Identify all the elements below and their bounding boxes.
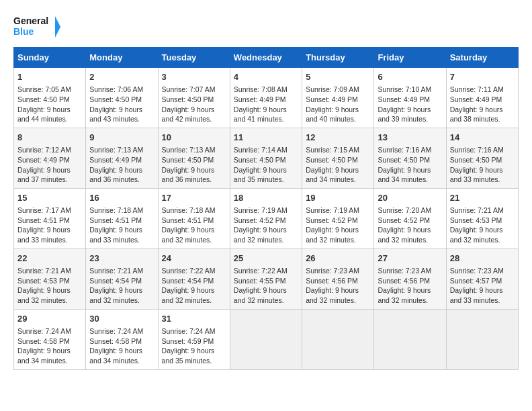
day-number: 22 [17, 253, 82, 265]
day-number: 2 [89, 71, 154, 83]
day-info: Sunrise: 7:14 AM Sunset: 4:50 PM Dayligh… [234, 145, 298, 185]
day-info: Sunrise: 7:19 AM Sunset: 4:52 PM Dayligh… [306, 205, 370, 245]
day-info: Sunrise: 7:13 AM Sunset: 4:50 PM Dayligh… [162, 145, 226, 185]
day-number: 31 [162, 313, 226, 325]
day-info: Sunrise: 7:05 AM Sunset: 4:50 PM Dayligh… [17, 85, 82, 124]
day-number: 28 [450, 253, 515, 265]
calendar-cell: 2Sunrise: 7:06 AM Sunset: 4:50 PM Daylig… [86, 68, 158, 128]
calendar-cell: 9Sunrise: 7:13 AM Sunset: 4:49 PM Daylig… [86, 128, 158, 188]
week-row-2: 8Sunrise: 7:12 AM Sunset: 4:49 PM Daylig… [14, 128, 519, 188]
calendar-cell [302, 309, 374, 369]
day-info: Sunrise: 7:23 AM Sunset: 4:56 PM Dayligh… [378, 266, 442, 306]
day-info: Sunrise: 7:09 AM Sunset: 4:49 PM Dayligh… [306, 85, 370, 124]
day-number: 27 [378, 253, 442, 265]
day-info: Sunrise: 7:18 AM Sunset: 4:51 PM Dayligh… [89, 205, 154, 245]
calendar-table: SundayMondayTuesdayWednesdayThursdayFrid… [13, 47, 519, 370]
calendar-cell [446, 309, 518, 369]
day-info: Sunrise: 7:17 AM Sunset: 4:51 PM Dayligh… [17, 205, 82, 245]
day-number: 6 [378, 71, 442, 83]
day-info: Sunrise: 7:13 AM Sunset: 4:49 PM Dayligh… [89, 145, 154, 185]
day-info: Sunrise: 7:23 AM Sunset: 4:56 PM Dayligh… [306, 266, 370, 306]
day-info: Sunrise: 7:06 AM Sunset: 4:50 PM Dayligh… [89, 85, 154, 124]
day-number: 30 [89, 313, 154, 325]
calendar-cell: 15Sunrise: 7:17 AM Sunset: 4:51 PM Dayli… [14, 188, 86, 248]
week-row-1: 1Sunrise: 7:05 AM Sunset: 4:50 PM Daylig… [14, 68, 519, 128]
svg-text:General: General [13, 15, 48, 26]
day-info: Sunrise: 7:24 AM Sunset: 4:59 PM Dayligh… [162, 326, 226, 366]
day-number: 13 [378, 132, 442, 144]
day-number: 17 [162, 192, 226, 204]
day-number: 1 [17, 71, 82, 83]
svg-marker-2 [55, 16, 60, 38]
column-header-wednesday: Wednesday [230, 48, 302, 68]
week-row-3: 15Sunrise: 7:17 AM Sunset: 4:51 PM Dayli… [14, 188, 519, 248]
logo: General Blue [13, 13, 60, 40]
column-header-sunday: Sunday [14, 48, 86, 68]
day-info: Sunrise: 7:08 AM Sunset: 4:49 PM Dayligh… [234, 85, 298, 124]
calendar-cell: 14Sunrise: 7:16 AM Sunset: 4:50 PM Dayli… [446, 128, 518, 188]
day-number: 14 [450, 132, 515, 144]
day-number: 12 [306, 132, 370, 144]
day-number: 26 [306, 253, 370, 265]
day-number: 16 [89, 192, 154, 204]
day-info: Sunrise: 7:16 AM Sunset: 4:50 PM Dayligh… [450, 145, 515, 185]
column-header-monday: Monday [86, 48, 158, 68]
day-number: 7 [450, 71, 515, 83]
day-number: 21 [450, 192, 515, 204]
day-number: 23 [89, 253, 154, 265]
day-info: Sunrise: 7:07 AM Sunset: 4:50 PM Dayligh… [162, 85, 226, 124]
calendar-cell: 31Sunrise: 7:24 AM Sunset: 4:59 PM Dayli… [158, 309, 230, 369]
calendar-cell: 23Sunrise: 7:21 AM Sunset: 4:54 PM Dayli… [86, 248, 158, 309]
calendar-cell: 7Sunrise: 7:11 AM Sunset: 4:49 PM Daylig… [446, 68, 518, 128]
column-header-friday: Friday [374, 48, 446, 68]
calendar-cell: 10Sunrise: 7:13 AM Sunset: 4:50 PM Dayli… [158, 128, 230, 188]
calendar-cell: 1Sunrise: 7:05 AM Sunset: 4:50 PM Daylig… [14, 68, 86, 128]
day-number: 25 [234, 253, 298, 265]
day-info: Sunrise: 7:22 AM Sunset: 4:55 PM Dayligh… [234, 266, 298, 306]
calendar-cell: 22Sunrise: 7:21 AM Sunset: 4:53 PM Dayli… [14, 248, 86, 309]
calendar-cell: 12Sunrise: 7:15 AM Sunset: 4:50 PM Dayli… [302, 128, 374, 188]
day-info: Sunrise: 7:19 AM Sunset: 4:52 PM Dayligh… [234, 205, 298, 245]
page-header: General Blue [13, 13, 519, 40]
calendar-cell: 24Sunrise: 7:22 AM Sunset: 4:54 PM Dayli… [158, 248, 230, 309]
day-number: 19 [306, 192, 370, 204]
calendar-cell: 21Sunrise: 7:21 AM Sunset: 4:53 PM Dayli… [446, 188, 518, 248]
calendar-body: 1Sunrise: 7:05 AM Sunset: 4:50 PM Daylig… [14, 68, 519, 370]
column-header-saturday: Saturday [446, 48, 518, 68]
day-number: 8 [17, 132, 82, 144]
page-wrapper: General Blue SundayMondayTuesdayWednesda… [13, 13, 519, 370]
day-number: 9 [89, 132, 154, 144]
calendar-cell: 27Sunrise: 7:23 AM Sunset: 4:56 PM Dayli… [374, 248, 446, 309]
calendar-cell: 16Sunrise: 7:18 AM Sunset: 4:51 PM Dayli… [86, 188, 158, 248]
day-info: Sunrise: 7:22 AM Sunset: 4:54 PM Dayligh… [162, 266, 226, 306]
day-info: Sunrise: 7:18 AM Sunset: 4:51 PM Dayligh… [162, 205, 226, 245]
day-number: 15 [17, 192, 82, 204]
calendar-cell: 5Sunrise: 7:09 AM Sunset: 4:49 PM Daylig… [302, 68, 374, 128]
day-info: Sunrise: 7:23 AM Sunset: 4:57 PM Dayligh… [450, 266, 515, 306]
day-info: Sunrise: 7:11 AM Sunset: 4:49 PM Dayligh… [450, 85, 515, 124]
calendar-cell: 20Sunrise: 7:20 AM Sunset: 4:52 PM Dayli… [374, 188, 446, 248]
day-number: 20 [378, 192, 442, 204]
day-info: Sunrise: 7:16 AM Sunset: 4:50 PM Dayligh… [378, 145, 442, 185]
day-info: Sunrise: 7:24 AM Sunset: 4:58 PM Dayligh… [89, 326, 154, 366]
calendar-cell: 26Sunrise: 7:23 AM Sunset: 4:56 PM Dayli… [302, 248, 374, 309]
calendar-cell: 28Sunrise: 7:23 AM Sunset: 4:57 PM Dayli… [446, 248, 518, 309]
day-number: 3 [162, 71, 226, 83]
calendar-cell: 8Sunrise: 7:12 AM Sunset: 4:49 PM Daylig… [14, 128, 86, 188]
calendar-cell: 25Sunrise: 7:22 AM Sunset: 4:55 PM Dayli… [230, 248, 302, 309]
day-number: 4 [234, 71, 298, 83]
day-info: Sunrise: 7:10 AM Sunset: 4:49 PM Dayligh… [378, 85, 442, 124]
day-number: 11 [234, 132, 298, 144]
day-number: 24 [162, 253, 226, 265]
calendar-cell: 18Sunrise: 7:19 AM Sunset: 4:52 PM Dayli… [230, 188, 302, 248]
week-row-4: 22Sunrise: 7:21 AM Sunset: 4:53 PM Dayli… [14, 248, 519, 309]
calendar-cell [230, 309, 302, 369]
calendar-cell: 29Sunrise: 7:24 AM Sunset: 4:58 PM Dayli… [14, 309, 86, 369]
calendar-cell: 13Sunrise: 7:16 AM Sunset: 4:50 PM Dayli… [374, 128, 446, 188]
week-row-5: 29Sunrise: 7:24 AM Sunset: 4:58 PM Dayli… [14, 309, 519, 369]
day-info: Sunrise: 7:21 AM Sunset: 4:54 PM Dayligh… [89, 266, 154, 306]
day-number: 29 [17, 313, 82, 325]
day-info: Sunrise: 7:15 AM Sunset: 4:50 PM Dayligh… [306, 145, 370, 185]
column-header-thursday: Thursday [302, 48, 374, 68]
calendar-cell: 19Sunrise: 7:19 AM Sunset: 4:52 PM Dayli… [302, 188, 374, 248]
